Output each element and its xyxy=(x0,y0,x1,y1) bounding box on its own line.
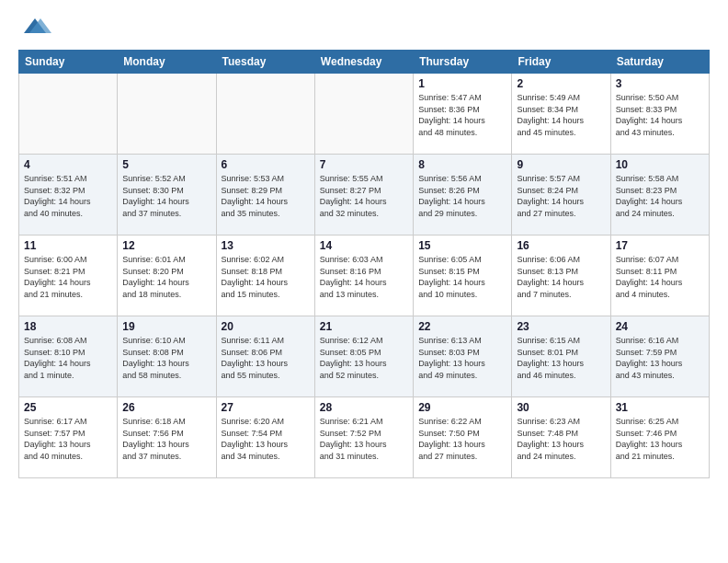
day-cell: 5Sunrise: 5:52 AM Sunset: 8:30 PM Daylig… xyxy=(118,155,216,236)
day-number: 24 xyxy=(616,320,704,333)
day-cell: 11Sunrise: 6:00 AM Sunset: 8:21 PM Dayli… xyxy=(19,236,118,316)
day-info: Sunrise: 6:05 AM Sunset: 8:15 PM Dayligh… xyxy=(418,254,506,300)
calendar-table: SundayMondayTuesdayWednesdayThursdayFrid… xyxy=(18,50,710,478)
day-cell: 4Sunrise: 5:51 AM Sunset: 8:32 PM Daylig… xyxy=(19,155,118,236)
day-info: Sunrise: 6:07 AM Sunset: 8:11 PM Dayligh… xyxy=(616,254,704,300)
day-number: 4 xyxy=(24,158,112,171)
day-cell: 17Sunrise: 6:07 AM Sunset: 8:11 PM Dayli… xyxy=(610,236,709,316)
day-cell xyxy=(118,74,216,155)
day-info: Sunrise: 6:06 AM Sunset: 8:13 PM Dayligh… xyxy=(517,254,605,300)
day-cell: 3Sunrise: 5:50 AM Sunset: 8:33 PM Daylig… xyxy=(610,74,709,155)
page: SundayMondayTuesdayWednesdayThursdayFrid… xyxy=(0,0,728,563)
day-number: 25 xyxy=(24,401,112,414)
day-info: Sunrise: 6:18 AM Sunset: 7:56 PM Dayligh… xyxy=(122,416,210,462)
day-info: Sunrise: 5:53 AM Sunset: 8:29 PM Dayligh… xyxy=(222,173,310,219)
day-cell: 31Sunrise: 6:25 AM Sunset: 7:46 PM Dayli… xyxy=(610,397,709,478)
day-cell: 16Sunrise: 6:06 AM Sunset: 8:13 PM Dayli… xyxy=(512,236,610,316)
day-info: Sunrise: 6:01 AM Sunset: 8:20 PM Dayligh… xyxy=(122,254,210,300)
day-number: 12 xyxy=(122,239,210,252)
day-info: Sunrise: 5:57 AM Sunset: 8:24 PM Dayligh… xyxy=(517,173,605,219)
week-row-1: 1Sunrise: 5:47 AM Sunset: 8:36 PM Daylig… xyxy=(19,74,710,155)
day-header-sunday: Sunday xyxy=(19,51,118,74)
day-header-saturday: Saturday xyxy=(610,51,709,74)
day-number: 5 xyxy=(122,158,210,171)
day-cell: 19Sunrise: 6:10 AM Sunset: 8:08 PM Dayli… xyxy=(118,316,216,397)
day-number: 15 xyxy=(418,239,506,252)
day-number: 18 xyxy=(24,320,112,333)
day-info: Sunrise: 5:49 AM Sunset: 8:34 PM Dayligh… xyxy=(517,92,605,138)
day-cell: 25Sunrise: 6:17 AM Sunset: 7:57 PM Dayli… xyxy=(19,397,118,478)
day-cell: 10Sunrise: 5:58 AM Sunset: 8:23 PM Dayli… xyxy=(610,155,709,236)
day-info: Sunrise: 6:10 AM Sunset: 8:08 PM Dayligh… xyxy=(122,335,210,381)
day-cell: 9Sunrise: 5:57 AM Sunset: 8:24 PM Daylig… xyxy=(512,155,610,236)
day-info: Sunrise: 6:13 AM Sunset: 8:03 PM Dayligh… xyxy=(418,335,506,381)
day-info: Sunrise: 6:23 AM Sunset: 7:48 PM Dayligh… xyxy=(517,416,605,462)
day-info: Sunrise: 6:08 AM Sunset: 8:10 PM Dayligh… xyxy=(24,335,112,381)
day-cell: 24Sunrise: 6:16 AM Sunset: 7:59 PM Dayli… xyxy=(610,316,709,397)
day-info: Sunrise: 5:55 AM Sunset: 8:27 PM Dayligh… xyxy=(320,173,408,219)
logo xyxy=(18,15,55,40)
week-row-3: 11Sunrise: 6:00 AM Sunset: 8:21 PM Dayli… xyxy=(19,236,710,316)
day-number: 9 xyxy=(517,158,605,171)
day-cell: 22Sunrise: 6:13 AM Sunset: 8:03 PM Dayli… xyxy=(414,316,512,397)
day-header-tuesday: Tuesday xyxy=(216,51,314,74)
day-info: Sunrise: 5:56 AM Sunset: 8:26 PM Dayligh… xyxy=(418,173,506,219)
day-number: 10 xyxy=(616,158,704,171)
day-info: Sunrise: 6:11 AM Sunset: 8:06 PM Dayligh… xyxy=(222,335,310,381)
day-cell: 27Sunrise: 6:20 AM Sunset: 7:54 PM Dayli… xyxy=(216,397,314,478)
week-row-2: 4Sunrise: 5:51 AM Sunset: 8:32 PM Daylig… xyxy=(19,155,710,236)
week-row-5: 25Sunrise: 6:17 AM Sunset: 7:57 PM Dayli… xyxy=(19,397,710,478)
day-cell: 28Sunrise: 6:21 AM Sunset: 7:52 PM Dayli… xyxy=(314,397,413,478)
day-info: Sunrise: 6:25 AM Sunset: 7:46 PM Dayligh… xyxy=(616,416,704,462)
day-number: 6 xyxy=(222,158,310,171)
day-cell: 26Sunrise: 6:18 AM Sunset: 7:56 PM Dayli… xyxy=(118,397,216,478)
day-number: 1 xyxy=(418,77,506,90)
day-number: 29 xyxy=(418,401,506,414)
day-number: 27 xyxy=(222,401,310,414)
day-cell: 1Sunrise: 5:47 AM Sunset: 8:36 PM Daylig… xyxy=(414,74,512,155)
header xyxy=(18,15,710,40)
day-number: 20 xyxy=(222,320,310,333)
day-info: Sunrise: 6:21 AM Sunset: 7:52 PM Dayligh… xyxy=(320,416,408,462)
day-number: 14 xyxy=(320,239,408,252)
day-info: Sunrise: 6:22 AM Sunset: 7:50 PM Dayligh… xyxy=(418,416,506,462)
day-number: 31 xyxy=(616,401,704,414)
day-cell: 14Sunrise: 6:03 AM Sunset: 8:16 PM Dayli… xyxy=(314,236,413,316)
day-info: Sunrise: 6:15 AM Sunset: 8:01 PM Dayligh… xyxy=(517,335,605,381)
day-cell xyxy=(314,74,413,155)
day-cell xyxy=(19,74,118,155)
calendar-container: SundayMondayTuesdayWednesdayThursdayFrid… xyxy=(18,50,710,552)
day-header-friday: Friday xyxy=(512,51,610,74)
day-cell: 7Sunrise: 5:55 AM Sunset: 8:27 PM Daylig… xyxy=(314,155,413,236)
day-cell: 6Sunrise: 5:53 AM Sunset: 8:29 PM Daylig… xyxy=(216,155,314,236)
day-info: Sunrise: 6:12 AM Sunset: 8:05 PM Dayligh… xyxy=(320,335,408,381)
day-info: Sunrise: 5:47 AM Sunset: 8:36 PM Dayligh… xyxy=(418,92,506,138)
day-cell: 23Sunrise: 6:15 AM Sunset: 8:01 PM Dayli… xyxy=(512,316,610,397)
day-number: 16 xyxy=(517,239,605,252)
day-info: Sunrise: 5:58 AM Sunset: 8:23 PM Dayligh… xyxy=(616,173,704,219)
day-cell: 15Sunrise: 6:05 AM Sunset: 8:15 PM Dayli… xyxy=(414,236,512,316)
day-cell: 30Sunrise: 6:23 AM Sunset: 7:48 PM Dayli… xyxy=(512,397,610,478)
day-number: 28 xyxy=(320,401,408,414)
day-header-wednesday: Wednesday xyxy=(314,51,413,74)
day-cell: 13Sunrise: 6:02 AM Sunset: 8:18 PM Dayli… xyxy=(216,236,314,316)
day-number: 13 xyxy=(222,239,310,252)
day-number: 17 xyxy=(616,239,704,252)
day-cell: 18Sunrise: 6:08 AM Sunset: 8:10 PM Dayli… xyxy=(19,316,118,397)
day-number: 19 xyxy=(122,320,210,333)
day-cell: 8Sunrise: 5:56 AM Sunset: 8:26 PM Daylig… xyxy=(414,155,512,236)
day-number: 22 xyxy=(418,320,506,333)
day-header-monday: Monday xyxy=(118,51,216,74)
day-info: Sunrise: 5:50 AM Sunset: 8:33 PM Dayligh… xyxy=(616,92,704,138)
day-info: Sunrise: 5:52 AM Sunset: 8:30 PM Dayligh… xyxy=(122,173,210,219)
week-row-4: 18Sunrise: 6:08 AM Sunset: 8:10 PM Dayli… xyxy=(19,316,710,397)
day-number: 3 xyxy=(616,77,704,90)
day-info: Sunrise: 6:03 AM Sunset: 8:16 PM Dayligh… xyxy=(320,254,408,300)
day-number: 8 xyxy=(418,158,506,171)
day-number: 2 xyxy=(517,77,605,90)
day-info: Sunrise: 6:02 AM Sunset: 8:18 PM Dayligh… xyxy=(222,254,310,300)
day-info: Sunrise: 5:51 AM Sunset: 8:32 PM Dayligh… xyxy=(24,173,112,219)
day-info: Sunrise: 6:17 AM Sunset: 7:57 PM Dayligh… xyxy=(24,416,112,462)
logo-icon xyxy=(18,15,51,40)
day-cell: 2Sunrise: 5:49 AM Sunset: 8:34 PM Daylig… xyxy=(512,74,610,155)
